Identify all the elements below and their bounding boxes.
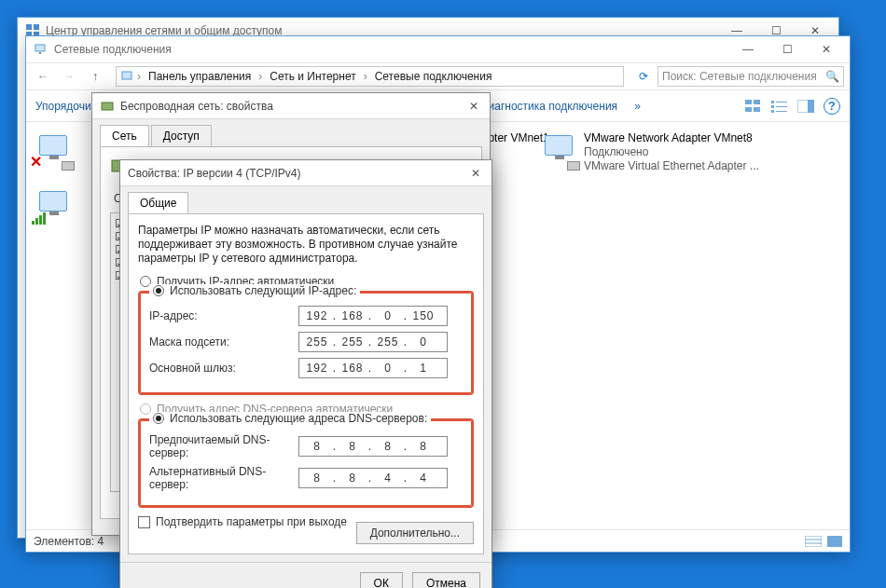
forward-button[interactable]: →	[58, 65, 80, 88]
svg-rect-22	[827, 536, 842, 547]
svg-rect-5	[39, 52, 41, 54]
ipv4-properties-dialog: Свойства: IP версии 4 (TCP/IPv4) ✕ Общие…	[119, 159, 492, 588]
breadcrumb[interactable]: › Панель управления › Сеть и Интернет › …	[116, 66, 624, 87]
dns-group: Использовать следующие адреса DNS-сервер…	[138, 418, 474, 508]
maximize-button[interactable]: ☐	[768, 37, 807, 62]
adapter-icon	[539, 131, 578, 169]
svg-rect-7	[745, 100, 752, 104]
dns-secondary-input[interactable]: 8. 8. 4. 4	[298, 468, 448, 488]
dns-pref-label: Предпочитаемый DNS-сервер:	[149, 433, 298, 459]
svg-rect-14	[776, 106, 787, 107]
svg-rect-11	[771, 101, 774, 103]
close-button[interactable]: ✕	[462, 96, 486, 116]
ip-address-input[interactable]: 192. 168. 0. 150	[298, 306, 448, 326]
diagnose-button[interactable]: Диагностика подключения	[480, 100, 617, 113]
network-connections-icon	[34, 42, 48, 57]
dns-alt-label: Альтернативный DNS-сервер:	[149, 465, 298, 491]
svg-rect-1	[34, 24, 39, 30]
dialog-title: Беспроводная сеть: свойства	[120, 100, 462, 113]
svg-rect-6	[122, 72, 132, 79]
adapter-icon	[34, 187, 73, 225]
close-button[interactable]: ✕	[464, 163, 488, 184]
view-details-icon[interactable]	[805, 536, 822, 547]
svg-rect-8	[754, 100, 760, 104]
minimize-button[interactable]: —	[728, 37, 768, 62]
adapter-icon: ✕	[34, 131, 73, 169]
refresh-button[interactable]: ⟳	[633, 66, 654, 87]
cancel-button[interactable]: Отмена	[412, 572, 480, 588]
tab-general[interactable]: Общие	[128, 192, 188, 213]
dialog-title: Свойства: IP версии 4 (TCP/IPv4)	[128, 167, 464, 180]
svg-rect-9	[745, 107, 752, 112]
adapter-item-vmnet8[interactable]: VMware Network Adapter VMnet8 Подключено…	[539, 131, 800, 173]
svg-rect-15	[771, 110, 774, 113]
more-commands[interactable]: »	[634, 100, 641, 113]
item-count: Элементов: 4	[34, 535, 104, 548]
view-thumbnails-icon[interactable]	[745, 100, 762, 113]
radio-manual-ip[interactable]	[153, 285, 164, 296]
svg-rect-16	[776, 111, 787, 112]
window-title: Сетевые подключения	[54, 43, 728, 56]
ip-label: IP-адрес:	[149, 309, 298, 322]
ip-group: Использовать следующий IP-адрес: IP-адре…	[138, 291, 474, 395]
search-input[interactable]: Поиск: Сетевые подключения 🔍	[658, 66, 844, 87]
svg-rect-4	[35, 45, 45, 51]
mask-label: Маска подсети:	[149, 335, 298, 349]
preview-pane-icon[interactable]	[797, 100, 814, 113]
subnet-mask-input[interactable]: 255. 255. 255. 0	[298, 332, 448, 352]
tab-network[interactable]: Сеть	[100, 125, 149, 146]
gateway-input[interactable]: 192. 168. 0. 1	[298, 358, 448, 378]
help-button[interactable]: ?	[824, 98, 840, 115]
view-details-icon[interactable]	[771, 100, 788, 113]
svg-rect-13	[771, 105, 774, 108]
dns-primary-input[interactable]: 8. 8. 8. 8	[298, 436, 448, 457]
radio-manual-dns[interactable]	[153, 413, 164, 424]
advanced-button[interactable]: Дополнительно...	[356, 522, 474, 544]
description-text: Параметры IP можно назначать автоматичес…	[138, 224, 474, 266]
close-button[interactable]: ✕	[807, 37, 846, 62]
search-icon: 🔍	[825, 70, 839, 83]
ok-button[interactable]: ОК	[360, 572, 403, 588]
nic-icon	[100, 99, 115, 114]
svg-rect-10	[754, 107, 760, 112]
svg-rect-12	[776, 102, 787, 103]
svg-rect-23	[102, 103, 113, 110]
up-button[interactable]: ↑	[84, 65, 106, 88]
tab-access[interactable]: Доступ	[151, 125, 212, 146]
svg-rect-0	[26, 24, 32, 30]
address-bar: ← → ↑ › Панель управления › Сеть и Интер…	[26, 62, 850, 90]
gateway-label: Основной шлюз:	[149, 362, 298, 375]
svg-rect-18	[808, 100, 814, 113]
back-button[interactable]: ←	[32, 65, 54, 88]
view-large-icon[interactable]	[827, 536, 842, 547]
control-panel-icon	[120, 70, 133, 83]
svg-rect-19	[805, 536, 822, 547]
